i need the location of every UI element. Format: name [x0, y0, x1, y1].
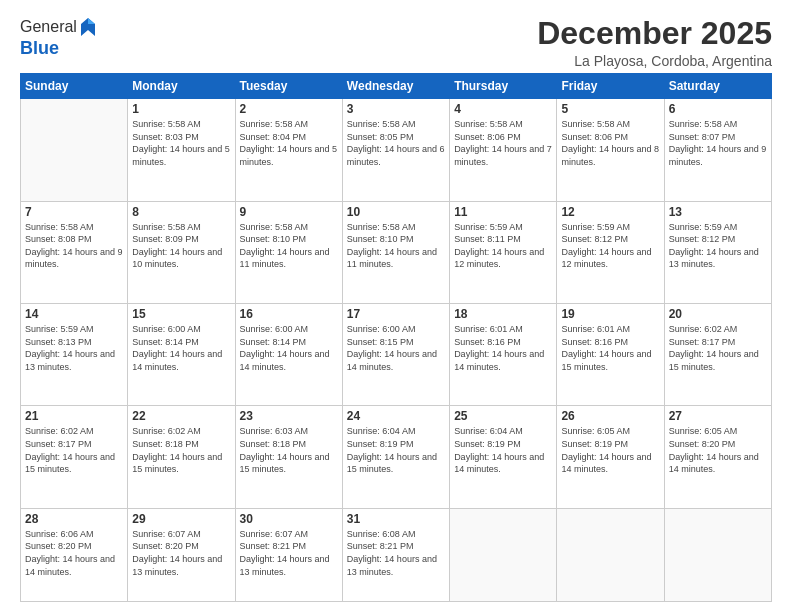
calendar-week-row: 21 Sunrise: 6:02 AM Sunset: 8:17 PM Dayl… — [21, 406, 772, 508]
day-number: 3 — [347, 102, 445, 116]
day-info: Sunrise: 6:06 AM Sunset: 8:20 PM Dayligh… — [25, 528, 123, 578]
calendar-cell: 19 Sunrise: 6:01 AM Sunset: 8:16 PM Dayl… — [557, 304, 664, 406]
day-info: Sunrise: 6:01 AM Sunset: 8:16 PM Dayligh… — [454, 323, 552, 373]
logo-icon — [79, 16, 97, 38]
calendar-cell: 28 Sunrise: 6:06 AM Sunset: 8:20 PM Dayl… — [21, 508, 128, 601]
day-number: 8 — [132, 205, 230, 219]
col-thursday: Thursday — [450, 74, 557, 99]
daylight-label: Daylight: 14 hours and 13 minutes. — [25, 349, 115, 372]
sunset-label: Sunset: 8:16 PM — [561, 337, 628, 347]
sunrise-label: Sunrise: 6:08 AM — [347, 529, 416, 539]
calendar-cell: 17 Sunrise: 6:00 AM Sunset: 8:15 PM Dayl… — [342, 304, 449, 406]
sunset-label: Sunset: 8:17 PM — [669, 337, 736, 347]
sunset-label: Sunset: 8:05 PM — [347, 132, 414, 142]
calendar-cell: 9 Sunrise: 5:58 AM Sunset: 8:10 PM Dayli… — [235, 201, 342, 303]
daylight-label: Daylight: 14 hours and 15 minutes. — [561, 349, 651, 372]
day-number: 6 — [669, 102, 767, 116]
day-number: 7 — [25, 205, 123, 219]
daylight-label: Daylight: 14 hours and 9 minutes. — [25, 247, 123, 270]
sunset-label: Sunset: 8:21 PM — [240, 541, 307, 551]
col-tuesday: Tuesday — [235, 74, 342, 99]
calendar-week-row: 28 Sunrise: 6:06 AM Sunset: 8:20 PM Dayl… — [21, 508, 772, 601]
day-number: 30 — [240, 512, 338, 526]
sunrise-label: Sunrise: 5:58 AM — [25, 222, 94, 232]
sunrise-label: Sunrise: 6:00 AM — [347, 324, 416, 334]
daylight-label: Daylight: 14 hours and 12 minutes. — [561, 247, 651, 270]
calendar-cell: 20 Sunrise: 6:02 AM Sunset: 8:17 PM Dayl… — [664, 304, 771, 406]
day-info: Sunrise: 5:58 AM Sunset: 8:09 PM Dayligh… — [132, 221, 230, 271]
calendar-table: Sunday Monday Tuesday Wednesday Thursday… — [20, 73, 772, 602]
sunrise-label: Sunrise: 6:00 AM — [132, 324, 201, 334]
sunrise-label: Sunrise: 5:59 AM — [669, 222, 738, 232]
calendar-cell: 13 Sunrise: 5:59 AM Sunset: 8:12 PM Dayl… — [664, 201, 771, 303]
sunset-label: Sunset: 8:10 PM — [240, 234, 307, 244]
calendar-cell: 26 Sunrise: 6:05 AM Sunset: 8:19 PM Dayl… — [557, 406, 664, 508]
daylight-label: Daylight: 14 hours and 13 minutes. — [240, 554, 330, 577]
sunset-label: Sunset: 8:03 PM — [132, 132, 199, 142]
calendar-cell: 29 Sunrise: 6:07 AM Sunset: 8:20 PM Dayl… — [128, 508, 235, 601]
col-friday: Friday — [557, 74, 664, 99]
day-number: 18 — [454, 307, 552, 321]
sunrise-label: Sunrise: 6:04 AM — [347, 426, 416, 436]
day-number: 25 — [454, 409, 552, 423]
day-number: 13 — [669, 205, 767, 219]
sunset-label: Sunset: 8:14 PM — [240, 337, 307, 347]
sunset-label: Sunset: 8:21 PM — [347, 541, 414, 551]
day-number: 5 — [561, 102, 659, 116]
day-info: Sunrise: 6:08 AM Sunset: 8:21 PM Dayligh… — [347, 528, 445, 578]
sunrise-label: Sunrise: 5:59 AM — [454, 222, 523, 232]
sunset-label: Sunset: 8:11 PM — [454, 234, 521, 244]
calendar-header-row: Sunday Monday Tuesday Wednesday Thursday… — [21, 74, 772, 99]
daylight-label: Daylight: 14 hours and 9 minutes. — [669, 144, 767, 167]
daylight-label: Daylight: 14 hours and 12 minutes. — [454, 247, 544, 270]
calendar-cell: 10 Sunrise: 5:58 AM Sunset: 8:10 PM Dayl… — [342, 201, 449, 303]
day-number: 21 — [25, 409, 123, 423]
day-info: Sunrise: 5:58 AM Sunset: 8:06 PM Dayligh… — [561, 118, 659, 168]
sunrise-label: Sunrise: 6:03 AM — [240, 426, 309, 436]
day-info: Sunrise: 6:00 AM Sunset: 8:15 PM Dayligh… — [347, 323, 445, 373]
day-info: Sunrise: 5:59 AM Sunset: 8:12 PM Dayligh… — [561, 221, 659, 271]
daylight-label: Daylight: 14 hours and 10 minutes. — [132, 247, 222, 270]
calendar-cell: 8 Sunrise: 5:58 AM Sunset: 8:09 PM Dayli… — [128, 201, 235, 303]
sunrise-label: Sunrise: 6:02 AM — [25, 426, 94, 436]
daylight-label: Daylight: 14 hours and 8 minutes. — [561, 144, 659, 167]
calendar-cell: 31 Sunrise: 6:08 AM Sunset: 8:21 PM Dayl… — [342, 508, 449, 601]
day-number: 22 — [132, 409, 230, 423]
calendar-cell: 4 Sunrise: 5:58 AM Sunset: 8:06 PM Dayli… — [450, 99, 557, 201]
calendar-cell: 21 Sunrise: 6:02 AM Sunset: 8:17 PM Dayl… — [21, 406, 128, 508]
calendar-week-row: 7 Sunrise: 5:58 AM Sunset: 8:08 PM Dayli… — [21, 201, 772, 303]
sunset-label: Sunset: 8:06 PM — [561, 132, 628, 142]
sunset-label: Sunset: 8:18 PM — [240, 439, 307, 449]
daylight-label: Daylight: 14 hours and 13 minutes. — [347, 554, 437, 577]
sunrise-label: Sunrise: 6:01 AM — [561, 324, 630, 334]
day-number: 14 — [25, 307, 123, 321]
day-info: Sunrise: 6:02 AM Sunset: 8:17 PM Dayligh… — [25, 425, 123, 475]
day-number: 4 — [454, 102, 552, 116]
calendar-cell: 12 Sunrise: 5:59 AM Sunset: 8:12 PM Dayl… — [557, 201, 664, 303]
calendar-cell: 23 Sunrise: 6:03 AM Sunset: 8:18 PM Dayl… — [235, 406, 342, 508]
daylight-label: Daylight: 14 hours and 14 minutes. — [25, 554, 115, 577]
daylight-label: Daylight: 14 hours and 14 minutes. — [454, 349, 544, 372]
col-sunday: Sunday — [21, 74, 128, 99]
day-number: 9 — [240, 205, 338, 219]
day-info: Sunrise: 6:05 AM Sunset: 8:19 PM Dayligh… — [561, 425, 659, 475]
day-number: 15 — [132, 307, 230, 321]
sunset-label: Sunset: 8:20 PM — [669, 439, 736, 449]
sunrise-label: Sunrise: 6:07 AM — [240, 529, 309, 539]
sunrise-label: Sunrise: 6:04 AM — [454, 426, 523, 436]
daylight-label: Daylight: 14 hours and 5 minutes. — [240, 144, 338, 167]
sunset-label: Sunset: 8:12 PM — [561, 234, 628, 244]
day-info: Sunrise: 5:58 AM Sunset: 8:05 PM Dayligh… — [347, 118, 445, 168]
calendar-cell — [21, 99, 128, 201]
daylight-label: Daylight: 14 hours and 14 minutes. — [561, 452, 651, 475]
sunset-label: Sunset: 8:07 PM — [669, 132, 736, 142]
calendar-cell — [664, 508, 771, 601]
page: General Blue December 2025 La Playosa, C… — [0, 0, 792, 612]
month-title: December 2025 — [537, 16, 772, 51]
daylight-label: Daylight: 14 hours and 13 minutes. — [669, 247, 759, 270]
sunset-label: Sunset: 8:17 PM — [25, 439, 92, 449]
sunrise-label: Sunrise: 5:59 AM — [561, 222, 630, 232]
calendar-cell: 18 Sunrise: 6:01 AM Sunset: 8:16 PM Dayl… — [450, 304, 557, 406]
calendar-cell: 11 Sunrise: 5:59 AM Sunset: 8:11 PM Dayl… — [450, 201, 557, 303]
header: General Blue December 2025 La Playosa, C… — [20, 16, 772, 69]
